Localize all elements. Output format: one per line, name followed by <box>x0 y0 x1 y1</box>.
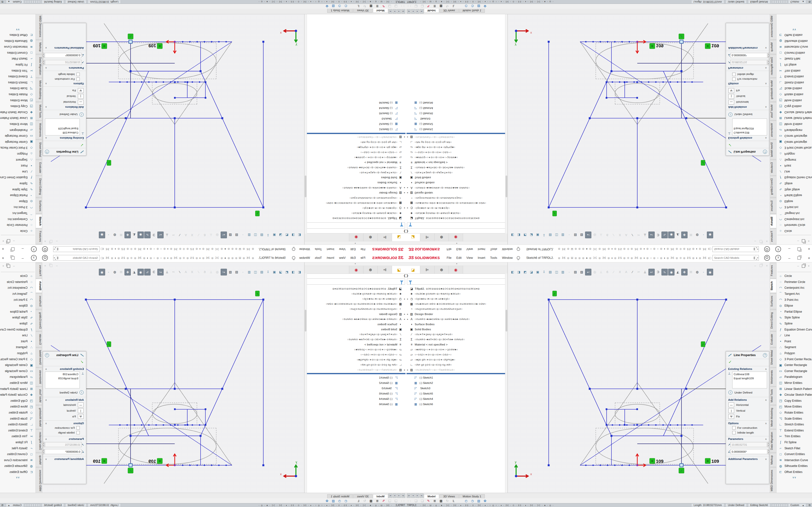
dimension-badge-2[interactable]: ≡ 109 <box>93 458 107 464</box>
sketch-tool-item[interactable]: ⊤ Extend Entities <box>776 74 812 80</box>
sketch-row[interactable]: ◸ (-) Sketch1 <box>406 375 507 380</box>
tree-row[interactable]: ≡ Material < not specified > <box>406 342 507 347</box>
sketch-tool-item[interactable]: ◔ Partial Ellipse <box>776 192 812 199</box>
spinner-control[interactable]: ▲▼ <box>767 60 769 65</box>
commandmanager-tab[interactable]: Features <box>36 229 42 244</box>
menu-item[interactable]: Insert <box>324 245 337 253</box>
search-input[interactable] <box>59 248 99 250</box>
commandmanager-tab[interactable]: Features <box>770 263 776 278</box>
render-toolbar-icon[interactable]: ◷ <box>337 499 343 503</box>
relation-badge-right[interactable]: ∕ <box>107 342 111 347</box>
tree-row[interactable]: ▱ ○♣ѯ6◦ѯЍ○∗⊙І○◎○І⊙∗○ЍѯP6ѯ♣○ <box>406 357 507 362</box>
commandmanager-tab[interactable]: Data Migration <box>36 430 42 452</box>
tree-row[interactable]: ▸ ▨ ○Ƨ≤ӠЄЍИѦՈ÷○◎○÷ՈѦИЍӠЄ≥Ƨ○ <box>305 135 406 140</box>
sketch-row[interactable]: ◸ Sketch3 <box>406 386 507 391</box>
tree-row[interactable]: ▦ ○Ƨ≤♣ӠЄ≥Ƨ○ИЍ⊙◦♣ƆϹӠЄИӠЄ≥Ƨ○◎○Ƨ≥ӠЄИӠЄϹƆ♣◦⊙… <box>305 301 406 306</box>
add-relation-button[interactable]: — Horizontal <box>726 99 769 105</box>
checkbox[interactable] <box>77 77 80 81</box>
tree-row[interactable]: ◖ Surface Bodies <box>406 180 507 185</box>
sketch-tool-item[interactable]: ⌐ Sketch Fillet <box>776 56 812 62</box>
sketch-tool-item[interactable]: ⌐ Sketch Fillet <box>0 445 36 451</box>
sketch-tool-item[interactable]: ≋ Intersection Curve <box>776 44 812 50</box>
commandmanager-tab[interactable]: Weldments <box>36 368 42 386</box>
tree-row[interactable]: ▸ ◷ ○λѯ⊙♣Ƨ≤◦Ж○◎○Ж◦≥Ƨ♣⊙ѯλ○ <box>406 206 507 211</box>
commandmanager-tab[interactable]: Mold Tools <box>36 102 42 120</box>
render-toolbar-icon[interactable]: Ŀ <box>355 4 361 8</box>
rollback-bar[interactable] <box>306 373 406 374</box>
parameter-input[interactable] <box>730 60 767 65</box>
add-relation-button[interactable]: ❘ Vertical <box>726 94 769 99</box>
sketch-tool-item[interactable]: ◹ Scale Entities <box>0 86 36 92</box>
featuremanager-tab[interactable]: ⊫ <box>377 233 392 241</box>
commandmanager-tab[interactable]: MBD Dimensions <box>770 14 776 40</box>
sketch-tool-item[interactable]: ∿ Spline <box>0 181 36 187</box>
status-tag-icon[interactable]: ⧉ <box>809 0 811 3</box>
expand-arrow-icon[interactable]: ▸ <box>403 298 406 300</box>
sketch-row[interactable]: ▦ (-) Sketch6 <box>406 401 507 407</box>
collapse-chevron-icon[interactable]: ∧ <box>765 82 767 85</box>
restore-button[interactable] <box>798 248 801 251</box>
menu-item[interactable]: Insert <box>475 245 488 253</box>
search-box[interactable]: ▾ <box>712 255 759 261</box>
sketch-tool-item[interactable]: ∫ Fit Spline <box>776 439 812 445</box>
panel-splitter[interactable]: ● <box>406 241 507 244</box>
menu-item[interactable]: File <box>444 245 454 253</box>
featuremanager-tab[interactable]: ⊕ <box>363 233 377 241</box>
tab-scroll-button[interactable]: |◂ <box>401 9 405 13</box>
tree-row[interactable]: ▸ ◷ ○λѯ⊙♣Ƨ≤◦Ж○◎○Ж◦≥Ƨ♣⊙ѯλ○ <box>305 206 406 211</box>
sketch-tool-item[interactable]: ⊤ Extend Entities <box>776 427 812 433</box>
render-toolbar-icon[interactable]: ❏ <box>419 4 425 8</box>
sketch-tool-item[interactable]: ▣ Center Rectangle <box>0 362 36 368</box>
sketch-tool-item[interactable]: ∴ Segment <box>776 157 812 163</box>
sketch-tool-item[interactable]: ∴ Segment <box>0 344 36 350</box>
commandmanager-tab[interactable]: Sheet Metal <box>770 348 776 367</box>
sketch-tool-item[interactable]: ◌ Perimeter Circle <box>0 222 36 228</box>
featuremanager-tab[interactable]: ⊫ <box>377 266 392 274</box>
tab-scroll-button[interactable]: ◂ <box>411 9 415 13</box>
commandmanager-tab[interactable]: Evaluate <box>770 332 776 347</box>
sketch-tool-item[interactable]: ⊏ Offset Entities <box>0 32 36 38</box>
rollback-bar[interactable] <box>306 133 406 134</box>
tree-row[interactable]: ▱ ○♣ИЍ⊙ѯ÷○∗⊙І○◎○І⊙∗○÷ѯ⊙ЍИ♣○ <box>406 155 507 160</box>
parameter-input[interactable] <box>730 442 767 447</box>
menu-item[interactable]: Edit <box>454 245 464 253</box>
close-button[interactable]: × <box>808 256 810 260</box>
relations-listbox[interactable]: Collinear108Equal length109 <box>45 372 80 388</box>
render-toolbar-icon[interactable]: ❏ <box>387 499 393 503</box>
tree-row[interactable]: Σ ○Ƨ≤ИЍ⊙◦♣ѦՈ¤ӠЄ○◎○ӠЄ¤ՈѦ♣◦⊙ЍИ≥Ƨ○ <box>305 165 406 170</box>
commandmanager-tab[interactable]: Mesh Modeling <box>36 78 42 102</box>
line-endpoint-handle[interactable] <box>129 463 132 467</box>
menu-item[interactable]: Window <box>500 254 515 262</box>
panel-splitter[interactable]: ● <box>305 241 406 244</box>
add-relation-button[interactable]: ❘ Vertical <box>726 408 769 413</box>
tree-row[interactable]: ▱ ○♣ѯ6◦ѯЍ○∗⊙І○◎○І⊙∗○ЍѯP6ѯ♣○ <box>406 145 507 150</box>
options-header[interactable]: Options <box>73 82 84 85</box>
collapse-chevron-icon[interactable]: ∧ <box>45 106 47 109</box>
panel-minimize-icon[interactable]: – <box>797 239 799 243</box>
tree-row[interactable]: ▱ ○♣ИЍ⊙ѯ÷○∗⊙І○◎○І⊙∗○÷ѯ⊙ЍИ♣○ <box>406 347 507 352</box>
more-tools-chevron[interactable]: ∨∨ <box>776 476 812 479</box>
tree-row[interactable]: ▸ ◷ ○λѯ⊙♣Ƨ≤◦Ж○◎○Ж◦≥Ƨ♣⊙ѯλ○ <box>406 296 507 301</box>
sketch-tool-item[interactable]: ◫ Mirror Entities <box>0 380 36 386</box>
ok-button[interactable]: ✓ <box>43 142 86 148</box>
tree-row[interactable]: ∟ ○ЍИ◦ʓ6◦ѯ⊙Ͼ○◎○Ͼ⊙ѯ◦6ʓ◦ИЍ○ <box>305 362 406 367</box>
existing-relations-header[interactable]: Existing Relations <box>728 137 752 139</box>
tab-scroll-button[interactable]: ▸| <box>420 494 424 498</box>
sketch-row[interactable]: ▦ (-) Sketch6 <box>406 100 507 106</box>
sketch-tool-item[interactable]: ✂ Trim Entities <box>776 433 812 439</box>
sketch-row[interactable]: ◸ (-) Sketch5 <box>305 111 406 116</box>
sketch-tool-item[interactable]: ◹ Scale Entities <box>776 415 812 421</box>
render-toolbar-icon[interactable]: ▧ <box>330 4 337 8</box>
status-tag-icon[interactable]: ⧉ <box>809 504 811 507</box>
sketch-tool-item[interactable]: ▱ Parallelogram <box>776 374 812 380</box>
tree-row[interactable]: ◪ TЯpdl2. ◎ӠЄ◎Ш◎◎♣◎ϽϹ◎ӠЄ◎♦◎ƧЅ◎⊙◎ӠЄ◎♦◎ <box>406 216 507 221</box>
tree-row[interactable]: ▸ A ○Ƨ≤ИЍ⊙◦♣Ѧ♣⊙ИЍѦ○◎○ѦИЍ⊙♣Ѧ♣◦⊙ЍИ≥Ƨ○ <box>406 317 507 322</box>
tree-row[interactable]: ▸ ▨ ○Ƨ≤ӠЄЍИѦՈ÷○◎○÷ՈѦИЍӠЄ≥Ƨ○ <box>406 135 507 140</box>
sketch-tool-item[interactable]: □ Convert Entities <box>0 50 36 56</box>
user-account-icon[interactable] <box>42 255 48 261</box>
parameter-input[interactable] <box>45 53 82 58</box>
tree-row[interactable]: ▦ ○Ƨ≤♣ӠЄ≥Ƨ○ИЍ⊙◦♣ƆϹӠЄИӠЄ≥Ƨ○◎○Ƨ≥ӠЄИӠЄϹƆ♣◦⊙… <box>406 301 507 306</box>
render-toolbar-icon[interactable]: ◷ <box>469 499 475 503</box>
collapse-chevron-icon[interactable]: ∧ <box>765 422 767 425</box>
tree-row[interactable]: ▱ ○♣ѯ6◦ѯЍ○∗⊙І○◎○І⊙∗○ЍѯP6ѯ♣○ <box>305 145 406 150</box>
